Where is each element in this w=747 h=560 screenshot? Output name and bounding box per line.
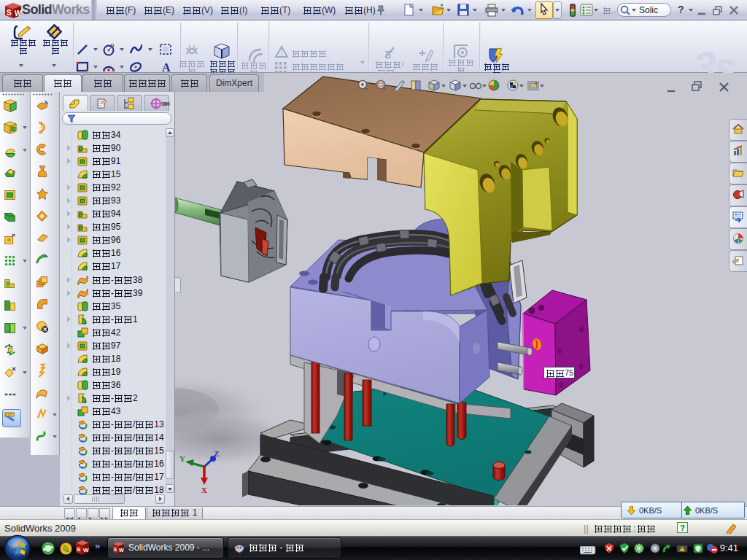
- svg-text:W: W: [15, 9, 22, 18]
- svg-text:S: S: [114, 547, 117, 552]
- svg-text:!: !: [681, 547, 682, 551]
- svg-text:A: A: [162, 61, 171, 74]
- svg-text:X: X: [201, 486, 207, 494]
- svg-text:Y: Y: [179, 454, 185, 463]
- svg-text:W: W: [83, 547, 89, 553]
- svg-text:S: S: [77, 546, 81, 553]
- svg-text:W: W: [119, 548, 124, 553]
- svg-text:Z: Z: [214, 449, 219, 458]
- svg-text:S: S: [7, 9, 12, 17]
